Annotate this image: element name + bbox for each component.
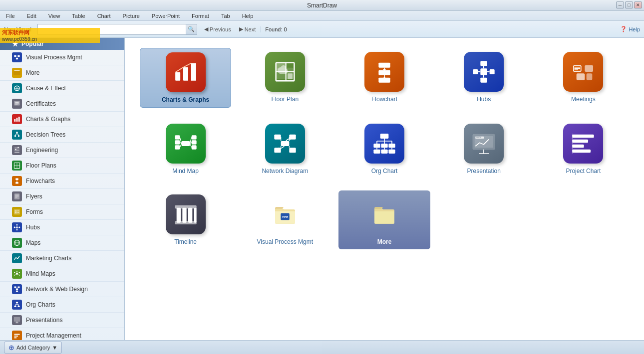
minimize-button[interactable]: ─ [616,1,624,8]
svg-line-68 [17,288,19,289]
grid-item-charts-graphs[interactable]: Charts & Graphs [140,48,231,108]
sidebar-item-visual-process-mgmt[interactable]: Visual Process Mgmt [0,50,124,65]
menu-table[interactable]: Table [70,13,87,19]
svg-text:SLIDE 1: SLIDE 1 [476,137,483,139]
svg-rect-72 [17,306,19,307]
svg-rect-65 [16,291,18,292]
sidebar-item-network-web[interactable]: Network & Web Design [0,282,124,297]
engineering-icon [12,145,22,155]
flowchart-grid-label: Flowchart [371,96,397,103]
grid-item-network-diagram[interactable]: Network Diagram [239,120,330,178]
svg-rect-36 [15,210,17,211]
sidebar-item-org-charts[interactable]: Org Charts [0,297,124,313]
help-label: Help [629,26,640,32]
cause-effect-icon [12,83,22,93]
flowchart-box [364,52,404,92]
sidebar-item-hubs[interactable]: Hubs [0,220,124,235]
svg-rect-138 [380,134,389,139]
grid-item-flowchart[interactable]: Flowchart [338,48,430,108]
floor-plan-box [265,52,305,92]
svg-rect-12 [14,119,15,122]
menu-chart[interactable]: Chart [95,13,113,19]
menu-tab[interactable]: Tab [219,13,232,19]
sidebar-item-decision-trees[interactable]: Decision Trees [0,127,124,143]
svg-rect-162 [573,150,591,153]
sidebar-item-mind-maps[interactable]: Mind Maps [0,266,124,282]
grid-item-timeline[interactable]: Timeline [140,190,231,249]
add-category-button[interactable]: ⊕ Add Category ▼ [4,342,62,354]
floor-plans-icon [12,161,22,171]
icons-grid: Charts & Graphs [140,48,629,249]
grid-item-org-chart[interactable]: Org Chart [338,120,430,178]
grid-item-mind-map[interactable]: Mind Map [140,120,231,178]
sidebar-item-more[interactable]: More [0,65,124,81]
svg-rect-140 [381,144,387,148]
sidebar-item-certificates[interactable]: Certificates [0,96,124,112]
visual-process-mgmt-icon [12,52,22,62]
sidebar-item-marketing-charts[interactable]: Marketing Charts [0,251,124,266]
grid-item-floor-plan[interactable]: Floor Plan [239,48,330,108]
svg-rect-28 [15,178,18,180]
new-visual-label: New Visual [4,26,33,32]
add-icon: ⊕ [8,344,14,352]
menu-powerpoint[interactable]: PowerPoint [150,13,182,19]
menu-edit[interactable]: Edit [25,13,38,19]
sidebar-item-flyers[interactable]: Flyers [0,189,124,204]
sidebar-item-charts-graphs[interactable]: Charts & Graphs [0,112,124,127]
menu-view[interactable]: View [46,13,62,19]
svg-rect-81 [14,336,18,337]
sidebar-label-decision-trees: Decision Trees [26,131,65,138]
sidebar-item-floor-plans[interactable]: Floor Plans [0,158,124,174]
timeline-grid-label: Timeline [174,238,197,245]
svg-rect-130 [274,135,281,140]
sidebar-item-maps[interactable]: Maps [0,235,124,251]
previous-button[interactable]: ◀ Previous [201,25,234,33]
mind-map-box [166,124,206,164]
sidebar-item-flowcharts[interactable]: Flowcharts [0,174,124,189]
sidebar-label-org-charts: Org Charts [26,301,55,308]
maps-icon [12,238,22,248]
svg-point-53 [16,271,17,272]
sidebar-item-presentations[interactable]: Presentations [0,313,124,328]
sidebar-label-charts-graphs: Charts & Graphs [26,116,70,123]
previous-label: Previous [210,26,231,32]
certificates-icon [12,99,22,109]
add-category-label: Add Category [16,345,50,351]
sidebar-item-forms[interactable]: Forms [0,204,124,220]
svg-rect-167 [194,208,196,223]
decision-trees-icon [12,130,22,140]
next-button[interactable]: ▶ Next [236,25,259,33]
menu-help[interactable]: Help [240,13,256,19]
svg-rect-118 [191,140,196,144]
presentation-grid-label: Presentation [467,168,501,175]
menu-format[interactable]: Format [190,13,211,19]
sidebar-item-engineering[interactable]: Engineering [0,143,124,158]
svg-rect-148 [381,150,387,154]
maximize-button[interactable]: □ [625,1,633,8]
grid-item-project-chart[interactable]: Project Chart [538,120,629,178]
dropdown-icon: ▼ [52,345,57,351]
grid-item-more[interactable]: More [338,190,430,249]
sidebar-item-cause-effect[interactable]: Cause & Effect [0,81,124,96]
menu-file[interactable]: File [4,13,17,19]
close-button[interactable]: ✕ [634,1,642,8]
grid-item-meetings[interactable]: Meetings [538,48,629,108]
grid-item-hubs[interactable]: Hubs [438,48,530,108]
menu-picture[interactable]: Picture [121,13,142,19]
sidebar-label-certificates: Certificates [26,100,56,107]
svg-rect-110 [577,73,585,80]
search-input[interactable] [37,24,186,35]
svg-text:VPM: VPM [282,215,288,218]
search-button[interactable]: 🔍 [186,24,197,35]
grid-item-visual-process-mgmt[interactable]: VPM Visual Process Mgmt [239,190,330,249]
search-container: 🔍 [37,24,197,35]
svg-point-15 [16,132,18,134]
grid-item-presentation[interactable]: SLIDE 1 Presentation [438,120,530,178]
sidebar-item-project-management[interactable]: Project Management [0,328,124,340]
sidebar-label-mind-maps: Mind Maps [26,270,55,277]
svg-rect-64 [17,286,19,288]
svg-line-125 [190,144,191,148]
window-title: SmartDraw [307,2,337,9]
help-button[interactable]: ❓ Help [620,26,640,32]
svg-rect-120 [175,135,180,139]
